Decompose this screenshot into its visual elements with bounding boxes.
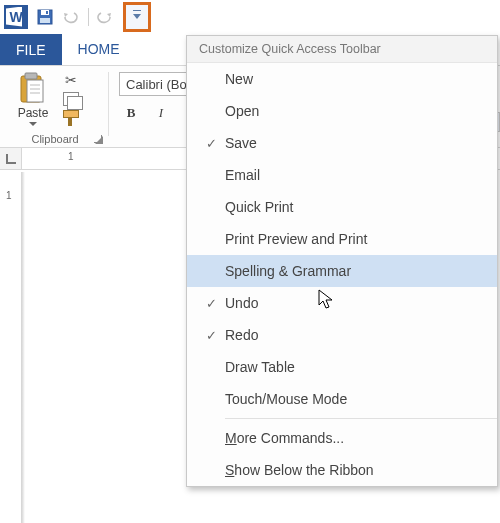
save-icon[interactable] — [36, 8, 54, 26]
tab-home[interactable]: HOME — [62, 34, 136, 66]
clipboard-group-label: Clipboard — [6, 133, 104, 145]
word-app-letter: W — [9, 9, 22, 25]
menu-item-email[interactable]: Email — [187, 159, 497, 191]
cut-icon — [65, 72, 77, 88]
clipboard-dialog-launcher-icon[interactable] — [92, 133, 102, 143]
app-icon[interactable]: W — [4, 5, 28, 29]
menu-separator — [225, 418, 497, 419]
paste-icon[interactable] — [18, 72, 48, 104]
tab-stop-selector[interactable] — [0, 148, 22, 170]
customize-qat-menu: Customize Quick Access Toolbar New Open … — [186, 35, 498, 487]
svg-rect-6 — [27, 80, 43, 102]
format-painter-icon — [63, 110, 79, 126]
customize-qat-dropdown-button[interactable] — [130, 7, 144, 27]
chevron-down-icon — [133, 14, 141, 19]
copy-button[interactable] — [62, 91, 80, 107]
menu-item-open[interactable]: Open — [187, 95, 497, 127]
italic-button[interactable]: I — [149, 102, 173, 124]
paste-label[interactable]: Paste — [18, 106, 49, 120]
menu-item-draw-table[interactable]: Draw Table — [187, 351, 497, 383]
menu-item-undo[interactable]: ✓Undo — [187, 287, 497, 319]
format-painter-button[interactable] — [62, 110, 80, 126]
menu-item-save[interactable]: ✓Save — [187, 127, 497, 159]
check-icon: ✓ — [197, 296, 225, 311]
tab-file[interactable]: FILE — [0, 34, 62, 66]
svg-rect-2 — [40, 18, 50, 23]
copy-icon — [63, 92, 79, 106]
menu-item-touch-mouse-mode[interactable]: Touch/Mouse Mode — [187, 383, 497, 415]
bold-button[interactable]: B — [119, 102, 143, 124]
menu-item-quick-print[interactable]: Quick Print — [187, 191, 497, 223]
menu-item-spelling-grammar[interactable]: Spelling & Grammar — [187, 255, 497, 287]
redo-icon[interactable] — [97, 8, 115, 26]
menu-item-more-commands[interactable]: More Commands... — [187, 422, 497, 454]
svg-rect-3 — [46, 11, 48, 14]
menu-item-print-preview[interactable]: Print Preview and Print — [187, 223, 497, 255]
paste-dropdown-icon[interactable] — [29, 122, 37, 126]
group-clipboard: Paste Clipboard — [6, 72, 104, 147]
group-separator — [108, 72, 109, 136]
qat-divider — [88, 8, 89, 26]
menu-item-new[interactable]: New — [187, 63, 497, 95]
svg-rect-5 — [25, 73, 37, 79]
check-icon: ✓ — [197, 136, 225, 151]
hruler-mark-1: 1 — [68, 151, 74, 162]
menu-item-redo[interactable]: ✓Redo — [187, 319, 497, 351]
font-name-value: Calibri (Bo — [120, 77, 188, 92]
menu-title: Customize Quick Access Toolbar — [187, 36, 497, 63]
font-name-combo[interactable]: Calibri (Bo — [119, 72, 189, 96]
vruler-mark-1: 1 — [6, 190, 12, 201]
undo-icon[interactable] — [62, 8, 80, 26]
check-icon: ✓ — [197, 328, 225, 343]
customize-qat-button-highlight — [123, 2, 151, 32]
cut-button[interactable] — [62, 72, 80, 88]
vertical-ruler[interactable]: 1 — [0, 172, 22, 523]
quick-access-toolbar: W — [0, 0, 500, 34]
menu-item-show-below-ribbon[interactable]: Show Below the Ribbon — [187, 454, 497, 486]
tab-stop-icon — [6, 154, 16, 164]
